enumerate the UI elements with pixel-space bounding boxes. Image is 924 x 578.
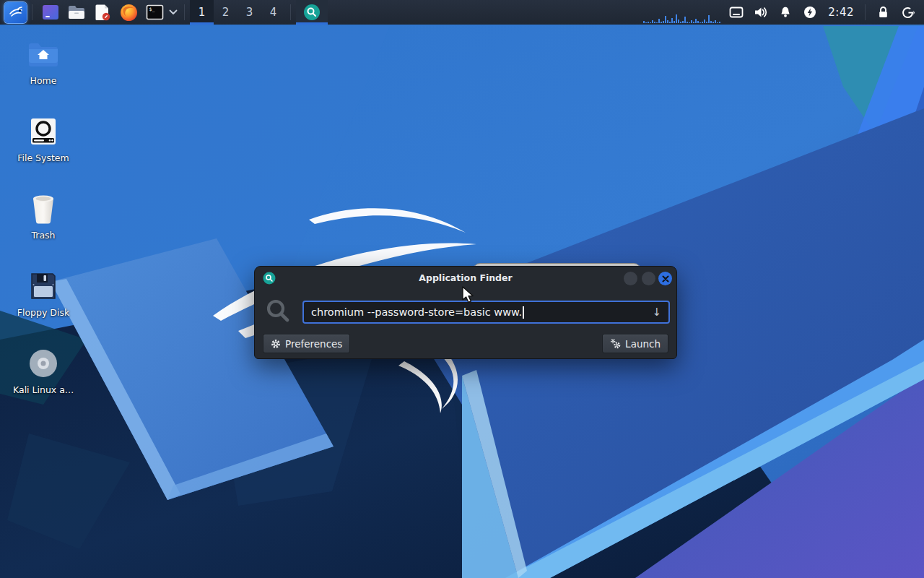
touchpad-indicator[interactable] bbox=[724, 0, 749, 25]
workspace-4[interactable]: 4 bbox=[261, 0, 285, 25]
search-input[interactable]: chromium --password-store=basic www. ↓ bbox=[302, 301, 670, 324]
hard-drive-icon bbox=[28, 116, 58, 147]
desktop-icon-home[interactable]: Home bbox=[13, 38, 74, 86]
close-button[interactable] bbox=[658, 272, 672, 285]
preferences-label: Preferences bbox=[285, 338, 342, 350]
home-folder-icon bbox=[27, 40, 60, 69]
close-icon bbox=[662, 275, 669, 282]
file-manager-launcher[interactable] bbox=[66, 1, 87, 23]
text-caret bbox=[523, 306, 524, 319]
workspace-1[interactable]: 1 bbox=[190, 0, 214, 25]
workspace-2[interactable]: 2 bbox=[214, 0, 237, 25]
dropdown-arrow-icon[interactable]: ↓ bbox=[652, 306, 661, 319]
window-title: Application Finder bbox=[255, 272, 676, 283]
terminal-launcher[interactable]: $_ bbox=[144, 1, 165, 23]
chevron-down-icon bbox=[169, 9, 178, 15]
lock-icon bbox=[877, 6, 889, 19]
file-manager-icon bbox=[67, 3, 86, 22]
desktop-icon-floppy-disk[interactable]: Floppy Disk bbox=[13, 269, 74, 318]
notifications[interactable] bbox=[773, 0, 798, 25]
search-input-value: chromium --password-store=basic www. bbox=[311, 306, 522, 318]
launch-label: Launch bbox=[625, 338, 661, 350]
lock-screen-button[interactable] bbox=[871, 0, 895, 25]
desktop-screen: $_ 1 2 3 4 bbox=[0, 0, 924, 578]
desktop-icon-trash[interactable]: Trash bbox=[13, 192, 74, 241]
text-editor-icon bbox=[93, 3, 112, 22]
desktop-icon-file-system[interactable]: File System bbox=[13, 115, 74, 163]
touchpad-icon bbox=[729, 7, 744, 18]
workspace-2-label: 2 bbox=[222, 6, 230, 19]
cpu-graph[interactable] bbox=[643, 1, 717, 23]
top-panel: $_ 1 2 3 4 bbox=[0, 0, 924, 25]
desktop-icon-label: File System bbox=[13, 153, 74, 163]
desktop-icon-label: Floppy Disk bbox=[13, 308, 74, 318]
titlebar[interactable]: Application Finder bbox=[255, 267, 676, 290]
power-manager-icon bbox=[803, 6, 816, 19]
desktop-icon-label: Kali Linux a… bbox=[13, 385, 74, 395]
cd-disc-icon bbox=[28, 348, 58, 379]
minimize-button[interactable] bbox=[624, 272, 637, 285]
notifications-bell-icon bbox=[779, 6, 792, 19]
panel-separator bbox=[865, 4, 866, 20]
text-editor-launcher[interactable] bbox=[92, 1, 113, 23]
power-manager[interactable] bbox=[798, 0, 822, 25]
maximize-button[interactable] bbox=[642, 272, 655, 285]
desktop-icon-label: Home bbox=[13, 76, 74, 86]
panel-separator bbox=[290, 4, 291, 20]
desktop-icon-kali-cd[interactable]: Kali Linux a… bbox=[13, 347, 74, 395]
logout-button[interactable] bbox=[895, 0, 920, 25]
panel-clock[interactable]: 2:42 bbox=[822, 6, 860, 19]
app-finder-icon bbox=[303, 4, 321, 21]
application-finder-window: Application Finder chromium --password-s… bbox=[254, 266, 677, 359]
desktop-icon-label: Trash bbox=[13, 230, 74, 241]
panel-separator bbox=[32, 4, 32, 20]
volume-control[interactable] bbox=[749, 0, 773, 25]
taskbar-app-finder-button[interactable] bbox=[296, 0, 328, 25]
terminal-dropdown[interactable] bbox=[167, 9, 179, 15]
panel-separator bbox=[184, 4, 185, 20]
launch-button[interactable]: Launch bbox=[602, 334, 668, 353]
workspace-1-label: 1 bbox=[199, 6, 206, 19]
search-icon bbox=[265, 298, 291, 324]
show-desktop-launcher[interactable] bbox=[40, 1, 61, 23]
volume-icon bbox=[754, 6, 768, 19]
workspace-3-label: 3 bbox=[246, 6, 253, 19]
kali-menu-button[interactable] bbox=[4, 2, 27, 23]
logout-icon bbox=[901, 6, 915, 20]
desktop-icon bbox=[41, 3, 60, 22]
firefox-icon bbox=[119, 3, 139, 22]
gear-icon bbox=[271, 339, 281, 349]
workspace-3[interactable]: 3 bbox=[237, 0, 261, 25]
launch-gears-icon bbox=[610, 338, 621, 349]
firefox-launcher[interactable] bbox=[118, 1, 139, 23]
floppy-disk-icon bbox=[28, 271, 58, 301]
terminal-glyph: $_ bbox=[149, 7, 154, 12]
trash-icon bbox=[28, 193, 58, 225]
preferences-button[interactable]: Preferences bbox=[263, 334, 350, 353]
kali-menu-icon bbox=[8, 4, 24, 20]
terminal-icon: $_ bbox=[145, 3, 165, 22]
workspace-4-label: 4 bbox=[270, 6, 277, 19]
